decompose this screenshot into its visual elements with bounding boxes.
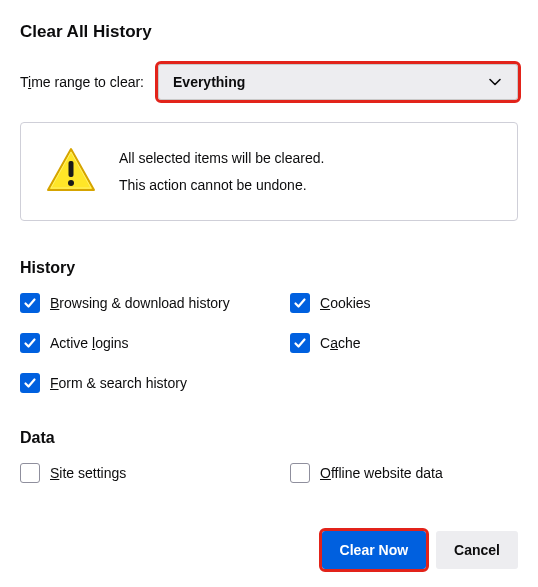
checkbox-empty-icon <box>290 463 310 483</box>
checkbox-label: Browsing & download history <box>50 295 230 311</box>
clear-now-button[interactable]: Clear Now <box>322 531 426 569</box>
checkbox-browsing-history[interactable]: Browsing & download history <box>20 293 290 313</box>
checkmark-icon <box>20 333 40 353</box>
checkbox-empty-icon <box>20 463 40 483</box>
checkbox-label: Form & search history <box>50 375 187 391</box>
cancel-button[interactable]: Cancel <box>436 531 518 569</box>
checkbox-offline-data[interactable]: Offline website data <box>290 463 518 483</box>
checkbox-label: Cookies <box>320 295 371 311</box>
checkbox-cache[interactable]: Cache <box>290 333 518 353</box>
checkbox-cookies[interactable]: Cookies <box>290 293 518 313</box>
dialog-footer: Clear Now Cancel <box>322 531 518 569</box>
time-range-dropdown[interactable]: Everything <box>158 64 518 100</box>
history-options: Browsing & download history Cookies Acti… <box>20 293 518 393</box>
data-section-title: Data <box>20 429 518 447</box>
checkmark-icon <box>290 333 310 353</box>
checkbox-label: Offline website data <box>320 465 443 481</box>
svg-rect-2 <box>69 161 74 177</box>
history-section-title: History <box>20 259 518 277</box>
checkbox-form-search-history[interactable]: Form & search history <box>20 373 290 393</box>
dialog-title: Clear All History <box>20 22 518 42</box>
svg-point-3 <box>68 180 74 186</box>
checkbox-label: Site settings <box>50 465 126 481</box>
checkmark-icon <box>290 293 310 313</box>
time-range-row: Time range to clear: Everything <box>20 64 518 100</box>
chevron-down-icon <box>487 74 503 90</box>
warning-text: All selected items will be cleared. This… <box>119 145 324 198</box>
checkbox-label: Active logins <box>50 335 129 351</box>
checkmark-icon <box>20 293 40 313</box>
checkbox-active-logins[interactable]: Active logins <box>20 333 290 353</box>
checkbox-site-settings[interactable]: Site settings <box>20 463 290 483</box>
checkmark-icon <box>20 373 40 393</box>
time-range-label: Time range to clear: <box>20 74 144 90</box>
data-options: Site settings Offline website data <box>20 463 518 483</box>
time-range-selected: Everything <box>173 74 245 90</box>
warning-icon <box>45 146 97 197</box>
warning-box: All selected items will be cleared. This… <box>20 122 518 221</box>
checkbox-label: Cache <box>320 335 361 351</box>
